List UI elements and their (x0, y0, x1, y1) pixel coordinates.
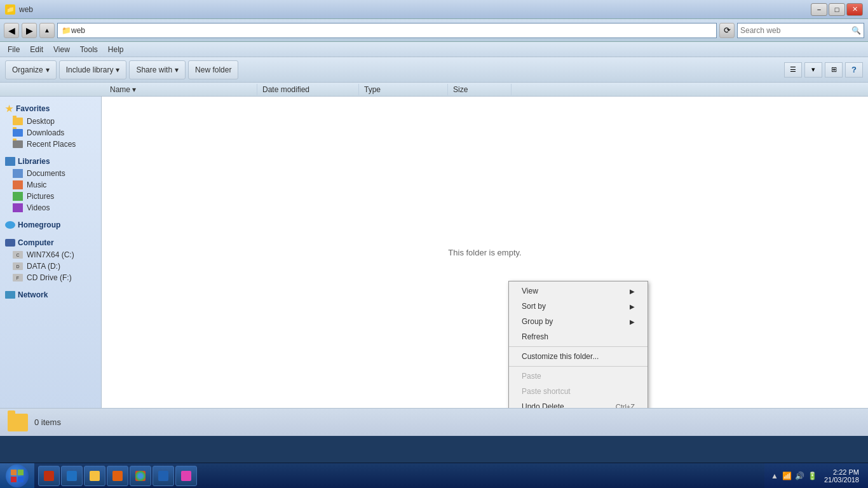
ctx-paste: Paste (509, 369, 648, 384)
taskbar-item-vss[interactable] (38, 466, 60, 486)
pictures-label: Pictures (27, 192, 54, 201)
view-details-arrow[interactable]: ▾ (804, 62, 822, 78)
ctx-group-by[interactable]: Group by ▶ (509, 314, 648, 329)
menu-view[interactable]: View (48, 44, 75, 55)
address-path: web (71, 26, 85, 35)
sidebar-item-downloads[interactable]: Downloads (3, 127, 98, 139)
taskbar: ▲ 📶 🔊 🔋 2:22 PM 21/03/2018 (0, 463, 868, 488)
back-button[interactable]: ◀ (4, 23, 19, 38)
taskbar-item-chrome[interactable] (130, 466, 151, 486)
menu-help[interactable]: Help (103, 44, 129, 55)
minimize-button[interactable]: − (811, 3, 827, 16)
menu-file[interactable]: File (3, 44, 25, 55)
up-button[interactable]: ▲ (39, 23, 55, 38)
ctx-undo-delete[interactable]: Undo Delete Ctrl+Z (509, 399, 648, 408)
sidebar-item-documents[interactable]: Documents (3, 168, 98, 179)
favorites-icon: ★ (5, 104, 13, 114)
favorites-header[interactable]: ★ Favorites (3, 102, 98, 116)
vss-icon (44, 471, 54, 481)
organize-button[interactable]: Organize ▾ (5, 60, 57, 79)
maximize-button[interactable]: □ (829, 3, 845, 16)
libraries-section: Libraries Documents Music Pictures Video… (3, 155, 98, 214)
ctx-sort-arrow: ▶ (630, 303, 635, 310)
ctx-view-arrow: ▶ (630, 288, 635, 295)
music-label: Music (27, 180, 46, 189)
view-list-button[interactable]: ☰ (784, 62, 802, 78)
sidebar-item-d-drive[interactable]: D DATA (D:) (3, 261, 98, 272)
clock-date: 21/03/2018 (824, 476, 859, 484)
tray-network[interactable]: 📶 (782, 471, 792, 481)
search-input[interactable] (740, 26, 849, 35)
refresh-button[interactable]: ⟳ (719, 23, 735, 38)
share-with-arrow: ▾ (175, 65, 179, 74)
window-icon: 📁 (5, 4, 15, 15)
svg-rect-3 (18, 477, 24, 482)
tray-expand[interactable]: ▲ (770, 471, 780, 481)
sidebar-item-desktop[interactable]: Desktop (3, 116, 98, 127)
ctx-customize[interactable]: Customize this folder... (509, 349, 648, 364)
menu-tools[interactable]: Tools (75, 44, 103, 55)
include-library-label: Include library (66, 65, 114, 74)
status-item-count: 0 items (34, 417, 61, 427)
taskbar-items (36, 466, 763, 486)
help-button[interactable]: ? (845, 62, 863, 78)
tray-volume[interactable]: 🔊 (795, 471, 805, 481)
system-clock[interactable]: 2:22 PM 21/03/2018 (820, 468, 863, 484)
tray-battery[interactable]: 🔋 (808, 471, 818, 481)
desktop-label: Desktop (27, 117, 55, 126)
forward-button[interactable]: ▶ (22, 23, 37, 38)
address-input[interactable]: 📁 web (57, 23, 717, 38)
ctx-view[interactable]: View ▶ (509, 283, 648, 299)
computer-icon (5, 239, 15, 247)
libraries-header[interactable]: Libraries (3, 155, 98, 168)
computer-header[interactable]: Computer (3, 236, 98, 249)
sidebar-item-music[interactable]: Music (3, 179, 98, 191)
col-name[interactable]: Name ▾ (105, 84, 257, 95)
f-drive-icon: F (13, 274, 23, 281)
ctx-sort-by[interactable]: Sort by ▶ (509, 299, 648, 314)
undo-shortcut: Ctrl+Z (616, 403, 635, 408)
sidebar-item-recent-places[interactable]: Recent Places (3, 139, 98, 150)
ctx-refresh[interactable]: Refresh (509, 329, 648, 344)
content-area[interactable]: This folder is empty. View ▶ Sort by ▶ G… (102, 97, 868, 408)
taskbar-item-media[interactable] (107, 466, 128, 486)
include-library-button[interactable]: Include library ▾ (59, 60, 127, 79)
search-box[interactable]: 🔍 (737, 23, 864, 38)
start-button[interactable] (0, 463, 34, 489)
d-drive-label: DATA (D:) (27, 262, 60, 271)
share-with-button[interactable]: Share with ▾ (129, 60, 186, 79)
homegroup-label: Homegroup (18, 220, 60, 229)
taskbar-item-word[interactable] (153, 466, 174, 486)
taskbar-item-ie[interactable] (61, 466, 83, 486)
music-icon (13, 180, 23, 189)
c-drive-icon: C (13, 251, 23, 259)
f-drive-label: CD Drive (F:) (27, 273, 72, 282)
documents-icon (13, 169, 23, 178)
menu-edit[interactable]: Edit (25, 44, 48, 55)
sidebar-item-pictures[interactable]: Pictures (3, 191, 98, 202)
col-type[interactable]: Type (359, 84, 448, 95)
preview-pane-button[interactable]: ⊞ (825, 62, 843, 78)
col-date[interactable]: Date modified (257, 84, 359, 95)
libraries-label: Libraries (18, 157, 50, 166)
col-size[interactable]: Size (448, 84, 512, 95)
sidebar-item-videos[interactable]: Videos (3, 202, 98, 214)
sidebar-item-c-drive[interactable]: C WIN7X64 (C:) (3, 249, 98, 261)
homegroup-section: Homegroup (3, 219, 98, 231)
videos-icon (13, 203, 23, 212)
clock-time: 2:22 PM (824, 468, 859, 476)
c-drive-label: WIN7X64 (C:) (27, 250, 74, 259)
window-title: web (19, 5, 33, 14)
main-area: ★ Favorites Desktop Downloads Recent Pla… (0, 97, 868, 408)
new-folder-button[interactable]: New folder (188, 60, 238, 79)
network-header[interactable]: Network (3, 288, 98, 301)
taskbar-item-explorer[interactable] (84, 466, 105, 486)
pictures-icon (13, 192, 23, 201)
status-folder-icon (8, 414, 28, 431)
close-button[interactable]: ✕ (846, 3, 863, 16)
taskbar-item-paint[interactable] (175, 466, 197, 486)
paint-icon (181, 471, 191, 481)
homegroup-header[interactable]: Homegroup (3, 219, 98, 231)
organize-arrow: ▾ (46, 65, 50, 74)
sidebar-item-f-drive[interactable]: F CD Drive (F:) (3, 272, 98, 283)
